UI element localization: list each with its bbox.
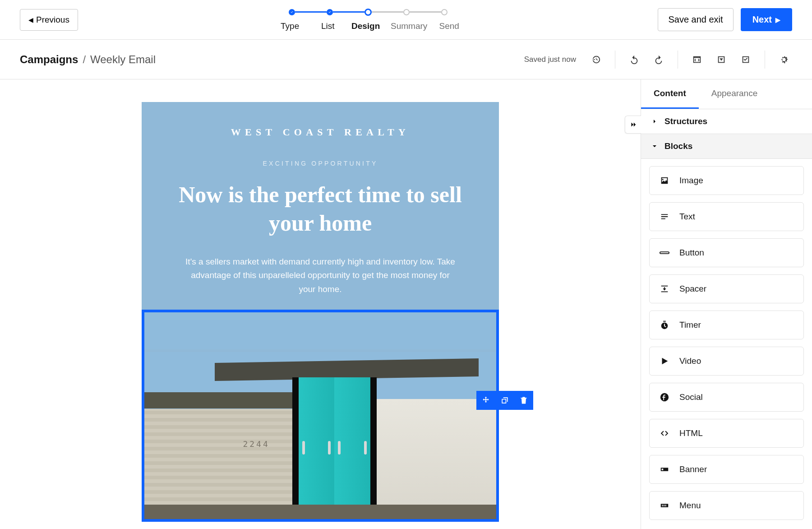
block-label: Image xyxy=(679,176,703,186)
duplicate-block-button[interactable] xyxy=(495,391,514,410)
selected-image-block[interactable]: 2244 xyxy=(160,310,481,522)
house-illustration: 2244 xyxy=(144,352,496,519)
previous-button[interactable]: ◀ Previous xyxy=(20,9,78,31)
section-blocks[interactable]: Blocks xyxy=(641,134,812,159)
block-spacer[interactable]: Spacer xyxy=(649,274,804,303)
step-label-design[interactable]: Design xyxy=(347,21,385,31)
blocks-label: Blocks xyxy=(664,141,692,151)
block-timer[interactable]: Timer xyxy=(649,311,804,339)
step-dot-type[interactable] xyxy=(289,9,295,15)
step-label-summary[interactable]: Summary xyxy=(385,21,434,31)
block-label: Banner xyxy=(679,464,707,474)
breadcrumb-separator: / xyxy=(83,53,86,66)
spacer-icon xyxy=(660,284,669,294)
block-toolbar xyxy=(476,391,533,410)
email-eyebrow[interactable]: EXCITING OPPORTUNITY xyxy=(160,160,481,167)
block-html[interactable]: HTML xyxy=(649,419,804,448)
button-icon xyxy=(660,248,669,258)
collapse-sidebar-button[interactable] xyxy=(625,116,641,134)
step-dot-design[interactable] xyxy=(364,9,372,16)
block-social[interactable]: Social xyxy=(649,383,804,412)
step-dot-list[interactable] xyxy=(327,9,333,15)
settings-button[interactable] xyxy=(776,51,792,68)
chevron-double-right-icon xyxy=(629,121,637,129)
block-label: Text xyxy=(679,212,695,222)
preview-button[interactable] xyxy=(713,51,729,68)
step-segment xyxy=(410,11,441,13)
email-brand[interactable]: WEST COAST REALTY xyxy=(160,126,481,138)
save-exit-button[interactable]: Save and exit xyxy=(658,8,733,31)
step-segment xyxy=(295,11,327,13)
stepper: Type List Design Summary Send xyxy=(271,9,465,31)
block-label: Timer xyxy=(679,320,701,330)
block-label: Social xyxy=(679,392,703,402)
toolbar: Saved just now xyxy=(524,51,792,69)
top-bar: ◀ Previous Type List Design Summary Send… xyxy=(0,0,812,40)
step-segment xyxy=(372,11,403,13)
saved-status: Saved just now xyxy=(524,55,576,64)
text-icon xyxy=(660,212,669,222)
block-image[interactable]: Image xyxy=(649,166,804,195)
previous-label: Previous xyxy=(36,15,69,25)
breadcrumb-leaf: Weekly Email xyxy=(90,53,156,66)
block-text[interactable]: Text xyxy=(649,202,804,231)
video-icon xyxy=(660,356,669,366)
move-block-button[interactable] xyxy=(476,391,495,410)
tab-appearance[interactable]: Appearance xyxy=(699,79,770,109)
step-dot-summary[interactable] xyxy=(403,9,410,15)
history-button[interactable] xyxy=(588,51,604,68)
chevron-down-icon xyxy=(651,143,658,150)
step-label-send[interactable]: Send xyxy=(434,21,465,31)
email-body-text[interactable]: It's a sellers market with demand curren… xyxy=(185,255,456,296)
email-body[interactable]: WEST COAST REALTY EXCITING OPPORTUNITY N… xyxy=(142,102,499,522)
social-icon xyxy=(660,392,669,402)
block-banner[interactable]: Banner xyxy=(649,455,804,484)
section-structures[interactable]: Structures xyxy=(641,109,812,134)
breadcrumb: Campaigns / Weekly Email xyxy=(20,53,156,66)
step-segment xyxy=(333,11,364,13)
structures-label: Structures xyxy=(664,116,707,126)
block-video[interactable]: Video xyxy=(649,347,804,376)
next-button[interactable]: Next ▶ xyxy=(741,8,792,31)
divider xyxy=(615,51,615,69)
email-canvas[interactable]: WEST COAST REALTY EXCITING OPPORTUNITY N… xyxy=(142,102,499,522)
checklist-button[interactable] xyxy=(738,51,754,68)
step-label-type[interactable]: Type xyxy=(271,21,309,31)
house-number: 2244 xyxy=(243,439,269,449)
block-list: Image Text Button Spacer Timer Video xyxy=(641,159,812,527)
menu-icon xyxy=(660,501,669,510)
redo-button[interactable] xyxy=(651,51,667,68)
undo-button[interactable] xyxy=(626,51,642,68)
chevron-right-icon xyxy=(651,118,658,125)
divider xyxy=(678,51,678,69)
step-label-list[interactable]: List xyxy=(309,21,347,31)
step-dot-send[interactable] xyxy=(441,9,448,15)
image-icon xyxy=(660,176,669,186)
sidebar: Content Appearance Structures Blocks Ima… xyxy=(641,79,812,529)
sidebar-tabs: Content Appearance xyxy=(641,79,812,109)
main-area: WEST COAST REALTY EXCITING OPPORTUNITY N… xyxy=(0,79,812,529)
breadcrumb-root[interactable]: Campaigns xyxy=(20,53,78,66)
divider xyxy=(765,51,765,69)
banner-icon xyxy=(660,464,669,474)
tab-content[interactable]: Content xyxy=(641,79,699,109)
canvas-area[interactable]: WEST COAST REALTY EXCITING OPPORTUNITY N… xyxy=(0,79,641,529)
next-label: Next xyxy=(752,14,772,25)
email-headline[interactable]: Now is the perfect time to sell your hom… xyxy=(160,181,481,237)
timer-icon xyxy=(660,320,669,330)
block-label: Spacer xyxy=(679,284,706,294)
email-image[interactable]: 2244 xyxy=(142,310,499,522)
block-label: Video xyxy=(679,356,701,366)
html-icon xyxy=(660,428,669,438)
block-menu[interactable]: Menu xyxy=(649,491,804,520)
delete-block-button[interactable] xyxy=(514,391,533,410)
sub-bar: Campaigns / Weekly Email Saved just now xyxy=(0,40,812,79)
caret-right-icon: ▶ xyxy=(775,16,780,23)
block-label: Button xyxy=(679,248,704,258)
code-view-button[interactable] xyxy=(689,51,705,68)
block-button[interactable]: Button xyxy=(649,238,804,267)
block-label: Menu xyxy=(679,501,701,510)
block-label: HTML xyxy=(679,428,703,438)
caret-left-icon: ◀ xyxy=(28,16,33,23)
